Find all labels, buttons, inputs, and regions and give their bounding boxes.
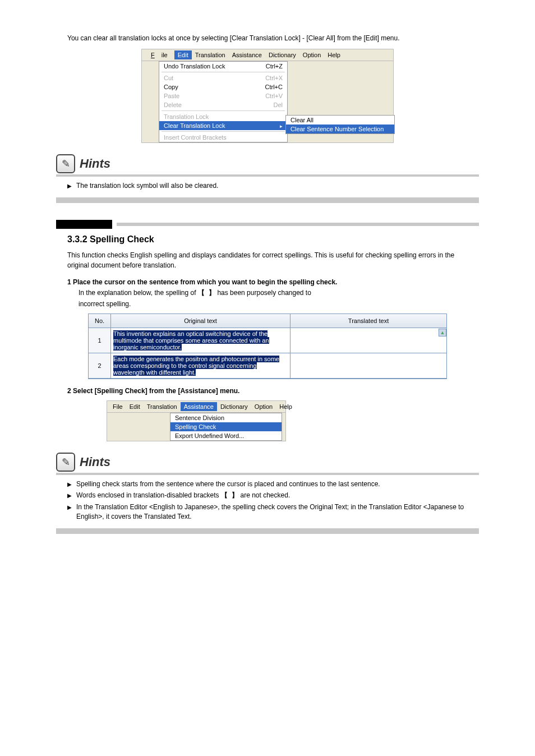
translated-cell[interactable] [290,328,446,353]
submenu-clear-sentence-number[interactable]: Clear Sentence Number Selection [286,125,394,133]
pen-icon: ✎ [56,453,75,472]
pen-icon: ✎ [56,154,75,173]
menu-assistance[interactable]: Assistance [181,402,217,411]
step-1-note: In the explanation below, the spelling o… [79,288,468,298]
assistance-dropdown: Sentence Division Spelling Check Export … [170,413,282,441]
translated-cell[interactable] [290,353,446,378]
menuitem-export-undefined[interactable]: Export Undefined Word... [170,431,282,440]
hint-item: ▶ In the Translation Editor <English to … [67,503,479,522]
col-no: No. [89,314,111,328]
step-1-note-2: incorrect spelling. [79,300,468,308]
menubar: File Edit Translation Assistance Diction… [142,49,393,61]
hints-title: Hints [80,455,110,469]
menu-option[interactable]: Option [299,50,324,59]
divider-bar [56,528,479,534]
hint-item: ▶ Words enclosed in translation-disabled… [67,491,479,500]
menu-assistance[interactable]: Assistance [229,50,265,59]
step-1-label: 1 Place the cursor on the sentence from … [67,278,468,286]
triangle-icon: ▶ [67,182,72,190]
menu-translation[interactable]: Translation [192,50,229,59]
divider-bar [56,197,479,203]
hints-block-1: ✎ Hints ▶ The translation lock symbol wi… [56,154,479,203]
menuitem-spelling-check[interactable]: Spelling Check [170,422,282,431]
menuitem-cut: CutCtrl+X [159,73,287,82]
bracket-icon: 【 】 [198,289,215,297]
hints-block-2: ✎ Hints ▶ Spelling check starts from the… [56,453,479,534]
menu-edit[interactable]: Edit [174,50,192,59]
menuitem-sentence-division[interactable]: Sentence Division [170,413,282,422]
hint-item: ▶ The translation lock symbol will also … [67,181,479,191]
section-header [56,220,479,229]
menu-dictionary[interactable]: Dictionary [217,402,251,411]
menu-help[interactable]: Help [324,50,344,59]
triangle-icon: ▶ [67,504,72,511]
app-window-edit-menu: File Edit Translation Assistance Diction… [141,49,394,143]
triangle-icon: ▶ [67,492,72,500]
clear-lock-submenu: Clear All Clear Sentence Number Selectio… [285,115,395,134]
step-2-label: 2 Select [Spelling Check] from the [Assi… [67,387,468,395]
menu-translation[interactable]: Translation [144,402,181,411]
menuitem-paste: PasteCtrl+V [159,91,287,100]
menu-dictionary[interactable]: Dictionary [265,50,299,59]
section-title: 3.3.2 Spelling Check [67,234,468,245]
bracket-icon: 【 】 [221,491,238,499]
table-row[interactable]: 2 Each mode generates the positron and p… [89,353,446,379]
row-number: 2 [89,353,111,378]
menu-option[interactable]: Option [251,402,276,411]
row-number: 1 [89,328,111,353]
menu-file[interactable]: File [144,50,174,59]
table-row[interactable]: 1 This invention explains an optical swi… [89,328,446,353]
submenu-clear-all[interactable]: Clear All [286,116,394,125]
menuitem-copy[interactable]: CopyCtrl+C [159,82,287,91]
menu-help[interactable]: Help [276,402,296,411]
app-window-assistance-menu: File Edit Translation Assistance Diction… [107,400,286,441]
menu-edit[interactable]: Edit [126,402,144,411]
col-translated: Translated text [290,314,446,328]
translation-table: No. Original text Translated text 1 This… [88,314,447,379]
section-desc: This function checks English spelling an… [67,250,468,270]
hints-title: Hints [80,156,110,171]
intro-text: You can clear all translation locks at o… [67,34,468,43]
original-cell[interactable]: This invention explains an optical switc… [111,328,290,353]
hint-item: ▶ Spelling check starts from the sentenc… [67,480,479,489]
edit-dropdown: Undo Translation LockCtrl+Z CutCtrl+X Co… [159,61,288,142]
menuitem-insert-control-brackets: Insert Control Brackets [159,133,287,142]
menuitem-translation-lock: Translation Lock [159,112,287,121]
original-cell[interactable]: Each mode generates the positron and pho… [111,353,290,378]
col-original: Original text [111,314,290,328]
menuitem-clear-translation-lock[interactable]: Clear Translation Lock [159,121,287,130]
menuitem-delete: DeleteDel [159,100,287,109]
triangle-icon: ▶ [67,481,72,488]
menubar: File Edit Translation Assistance Diction… [107,401,285,413]
menu-file[interactable]: File [109,402,126,411]
scroll-up-icon[interactable]: ▲ [439,329,446,336]
menuitem-undo[interactable]: Undo Translation LockCtrl+Z [159,62,287,71]
